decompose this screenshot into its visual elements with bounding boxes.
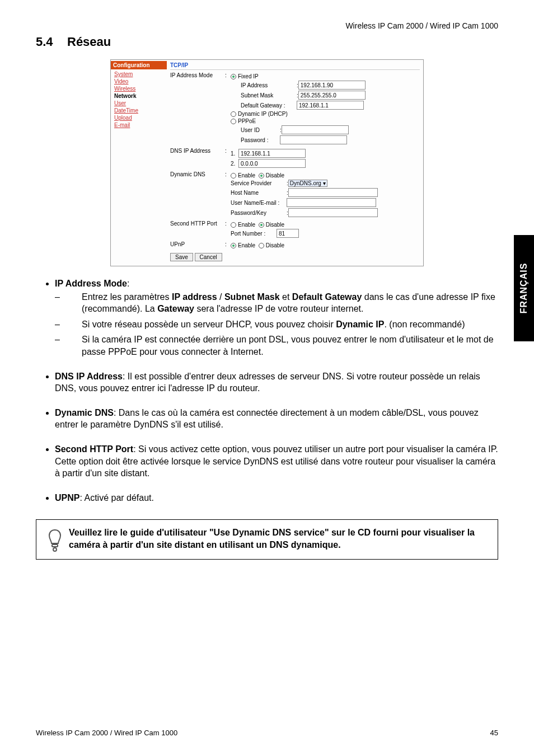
ddns-user-input[interactable] xyxy=(287,198,376,207)
ddns-disable-radio[interactable] xyxy=(259,173,264,179)
nav-wireless[interactable]: Wireless xyxy=(114,85,163,92)
second-port-label: Second HTTP Port xyxy=(170,220,225,227)
nav-upload[interactable]: Upload xyxy=(114,114,163,121)
port-number-label: Port Number : xyxy=(231,231,277,237)
dns1-num: 1. xyxy=(231,151,238,157)
password-label: Password : xyxy=(241,137,280,143)
second-disable-radio[interactable] xyxy=(259,222,264,228)
header-product: Wireless IP Cam 2000 / Wired IP Cam 1000 xyxy=(345,21,498,30)
dns-label: DNS IP Address xyxy=(170,148,225,154)
svg-point-1 xyxy=(53,548,57,551)
section-title-text: Réseau xyxy=(67,35,111,49)
dns1-input[interactable] xyxy=(238,149,306,158)
note-box: Veuillez lire le guide d'utilisateur "Us… xyxy=(36,519,498,560)
dns2-num: 2. xyxy=(231,161,238,167)
config-nav: Configuration System Video Wireless Netw… xyxy=(111,60,167,266)
host-label: Host Name xyxy=(231,190,287,196)
dns2-input[interactable] xyxy=(238,159,306,168)
provider-select[interactable]: DynDNS.org ▾ xyxy=(288,180,327,187)
upnp-item: UPNP: Activé par défaut. xyxy=(55,492,498,504)
gateway-label: Default Gateway : xyxy=(241,102,297,109)
userid-input[interactable] xyxy=(282,125,349,134)
dns-item: DNS IP Address: Il est possible d'entrer… xyxy=(55,370,498,395)
save-button[interactable]: Save xyxy=(170,253,193,261)
ip-mode-label: IP Address Mode xyxy=(170,72,225,78)
ip-mode-item-3: Si la caméra IP est connectée derrière u… xyxy=(68,334,498,358)
nav-network[interactable]: Network xyxy=(114,92,163,100)
userid-label: User ID xyxy=(241,127,280,133)
port-number-input[interactable] xyxy=(277,229,299,238)
radio-dhcp[interactable] xyxy=(231,111,236,117)
ddns-label: Dynamic DNS xyxy=(170,171,225,177)
pppoe-label: PPPoE xyxy=(238,118,256,124)
config-panel: TCP/IP IP Address Mode : Fixed IP IP Add… xyxy=(167,60,423,266)
second-disable-label: Disable xyxy=(266,222,284,228)
password-input[interactable] xyxy=(280,135,347,144)
radio-pppoe[interactable] xyxy=(231,119,236,124)
ddns-disable-label: Disable xyxy=(266,172,284,179)
ip-mode-item-2: Si votre réseau possède un serveur DHCP,… xyxy=(68,318,498,331)
footer-left: Wireless IP Cam 2000 / Wired IP Cam 1000 xyxy=(36,729,177,737)
second-enable-label: Enable xyxy=(238,222,255,228)
subnet-input[interactable] xyxy=(298,91,366,100)
ddns-item: Dynamic DNS: Dans le cas où la caméra es… xyxy=(55,407,498,431)
upnp-enable-radio[interactable] xyxy=(231,243,236,248)
ip-address-input[interactable] xyxy=(298,81,366,90)
ip-address-label: IP Address xyxy=(241,82,297,88)
cancel-button[interactable]: Cancel xyxy=(195,253,222,261)
fixed-ip-label: Fixed IP xyxy=(238,73,259,79)
section-number: 5.4 xyxy=(36,35,67,49)
config-screenshot: Configuration System Video Wireless Netw… xyxy=(110,59,424,266)
svg-rect-0 xyxy=(52,544,58,547)
note-text: Veuillez lire le guide d'utilisateur "Us… xyxy=(69,527,489,551)
ddns-enable-radio[interactable] xyxy=(231,173,236,179)
gateway-input[interactable] xyxy=(297,101,364,110)
ip-mode-item-1: Entrez les paramètres IP address / Subne… xyxy=(68,291,498,315)
nav-email[interactable]: E-mail xyxy=(114,121,163,129)
panel-header: TCP/IP xyxy=(170,61,420,70)
nav-video[interactable]: Video xyxy=(114,78,163,85)
dhcp-label: Dynamic IP (DHCP) xyxy=(238,111,288,117)
provider-label: Service Provider xyxy=(231,180,287,186)
section-heading: 5.4Réseau xyxy=(36,35,498,49)
second-enable-radio[interactable] xyxy=(231,222,236,228)
host-input[interactable] xyxy=(288,188,378,197)
ddns-user-label: User Name/E-mail : xyxy=(231,200,287,206)
nav-user[interactable]: User xyxy=(114,100,163,107)
second-port-item: Second HTTP Port: Si vous activez cette … xyxy=(55,443,498,480)
ddns-enable-label: Enable xyxy=(238,172,255,179)
ddns-pass-input[interactable] xyxy=(288,208,378,217)
ip-mode-heading: IP Address Mode xyxy=(55,279,127,288)
nav-datetime[interactable]: DateTime xyxy=(114,107,163,114)
language-tab: FRANÇAIS xyxy=(514,235,534,341)
subnet-label: Subnet Mask xyxy=(241,92,297,98)
upnp-disable-radio[interactable] xyxy=(259,243,264,248)
radio-fixed-ip[interactable] xyxy=(231,74,236,79)
upnp-enable-label: Enable xyxy=(238,242,255,248)
page-footer: Wireless IP Cam 2000 / Wired IP Cam 1000… xyxy=(36,729,498,737)
nav-system[interactable]: System xyxy=(114,71,163,78)
ddns-pass-label: Password/Key xyxy=(231,210,287,216)
upnp-disable-label: Disable xyxy=(266,242,284,248)
note-icon xyxy=(41,527,69,552)
config-nav-header: Configuration xyxy=(111,61,167,69)
body-content: IP Address Mode: Entrez les paramètres I… xyxy=(36,278,498,560)
upnp-label: UPnP xyxy=(170,241,225,247)
footer-page-number: 45 xyxy=(490,729,498,737)
